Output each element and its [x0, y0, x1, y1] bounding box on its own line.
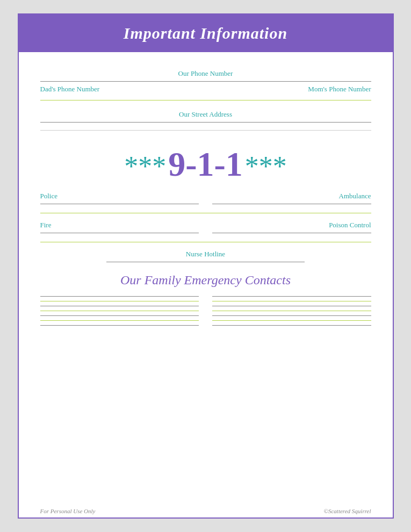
nurse-label: Nurse Hotline [186, 250, 225, 258]
stars-right: *** [245, 151, 287, 182]
page: Important Information Our Phone Number D… [18, 13, 394, 519]
poison-col: Poison Control [212, 220, 371, 235]
police-line [40, 204, 199, 204]
contact-row-3b [40, 317, 371, 322]
parents-phone-row: Dad's Phone Number Mom's Phone Number [40, 85, 371, 94]
contact-7a [40, 322, 199, 327]
footer-right: ©Scattered Squirrel [324, 508, 371, 514]
address-label: Our Street Address [179, 110, 232, 118]
fire-poison-row: Fire Poison Control [40, 220, 371, 235]
ambulance-line [212, 204, 371, 204]
our-phone-label: Our Phone Number [178, 69, 233, 77]
ambulance-col: Ambulance [212, 191, 371, 206]
police-col: Police [40, 191, 199, 206]
contacts-grid [40, 293, 371, 499]
contact-5b [212, 312, 371, 317]
address-section: Our Street Address [40, 109, 371, 125]
contact-1a [40, 293, 199, 298]
contact-row-4 [40, 322, 371, 327]
contact-4a [40, 307, 199, 312]
fire-line [40, 233, 199, 233]
contact-row-1b [40, 298, 371, 303]
stars-left: *** [124, 151, 166, 182]
nurse-section: Nurse Hotline [40, 249, 371, 264]
contact-6a [40, 317, 199, 322]
address-line [40, 122, 371, 123]
main-content: Our Phone Number Dad's Phone Number Mom'… [19, 52, 393, 505]
footer-left: For Personal Use Only [40, 508, 96, 514]
family-title: Our Family Emergency Contacts [40, 273, 371, 287]
divider-1 [40, 100, 371, 100]
page-title: Important Information [124, 24, 287, 42]
our-phone-line [40, 81, 371, 82]
dads-phone-label: Dad's Phone Number [40, 85, 100, 94]
contact-7b [212, 322, 371, 327]
contact-row-2 [40, 303, 371, 307]
our-phone-section: Our Phone Number [40, 68, 371, 84]
contact-row-1 [40, 293, 371, 298]
divider-3 [40, 213, 371, 213]
divider-4 [40, 242, 371, 242]
moms-phone-label: Mom's Phone Number [308, 85, 371, 94]
nine-one-one-section: *** 9-1-1 *** [40, 145, 371, 184]
footer: For Personal Use Only ©Scattered Squirre… [19, 505, 393, 517]
contact-2a [40, 298, 199, 303]
contact-2b [212, 298, 371, 303]
contact-3a [40, 303, 199, 307]
poison-line [212, 233, 371, 233]
police-ambulance-row: Police Ambulance [40, 191, 371, 206]
fire-col: Fire [40, 220, 199, 235]
fire-label: Fire [40, 221, 52, 229]
nine-one-one-number: 9-1-1 [168, 145, 243, 183]
divider-2 [40, 130, 371, 131]
header: Important Information [19, 15, 393, 52]
contact-6b [212, 317, 371, 322]
police-label: Police [40, 192, 58, 200]
nurse-line [106, 262, 305, 262]
contact-row-2b [40, 307, 371, 312]
ambulance-label: Ambulance [339, 192, 371, 200]
nine-one-one-display: *** 9-1-1 *** [124, 168, 287, 177]
poison-label: Poison Control [329, 221, 371, 229]
contact-row-3 [40, 312, 371, 317]
contact-4b [212, 307, 371, 312]
contact-5a [40, 312, 199, 317]
contact-1b [212, 293, 371, 298]
contact-3b [212, 303, 371, 307]
